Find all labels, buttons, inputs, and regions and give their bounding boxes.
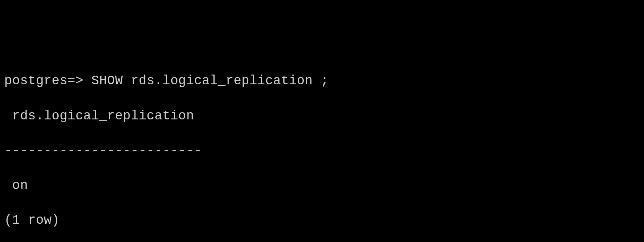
terminal-output: postgres=> SHOW rds.logical_replication … [4,55,640,242]
sql-command: SHOW rds.logical_replication ; [91,73,328,88]
prompt: postgres=> [4,73,83,88]
result-separator: ------------------------- [4,142,640,160]
command-line[interactable]: postgres=> SHOW rds.logical_replication … [4,72,640,90]
result-header: rds.logical_replication [4,108,640,125]
result-value: on [4,177,640,195]
result-footer: (1 row) [4,212,640,229]
